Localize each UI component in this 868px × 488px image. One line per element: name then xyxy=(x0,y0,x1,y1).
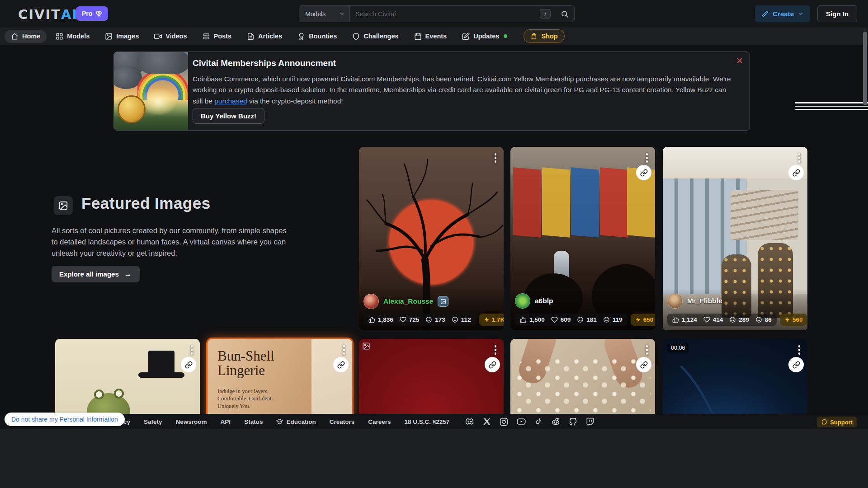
reaction-stats: 1,124 414 289 86 560 xyxy=(667,313,803,326)
link-icon[interactable] xyxy=(636,165,651,180)
featured-image-icon xyxy=(54,196,73,215)
card-menu-dots-icon[interactable] xyxy=(644,343,650,357)
footer-link-newsroom[interactable]: Newsroom xyxy=(176,418,207,425)
close-icon[interactable]: ✕ xyxy=(736,56,743,65)
reddit-icon[interactable] xyxy=(551,417,561,427)
purchased-link[interactable]: purchased xyxy=(214,97,247,105)
nav-item-updates[interactable]: Updates xyxy=(456,30,514,43)
laugh-stat[interactable]: 289 xyxy=(729,316,749,323)
github-icon[interactable] xyxy=(568,417,578,427)
footer-link-careers[interactable]: Careers xyxy=(368,418,391,425)
like-stat[interactable]: 1,124 xyxy=(672,316,697,323)
card-menu-dots-icon[interactable] xyxy=(797,343,802,357)
link-icon[interactable] xyxy=(636,357,651,372)
card-menu-dots-icon[interactable] xyxy=(493,151,499,164)
support-label: Support xyxy=(830,419,853,426)
link-icon[interactable] xyxy=(788,357,804,372)
link-icon[interactable] xyxy=(181,357,196,372)
home-icon xyxy=(11,33,19,40)
featured-description: All sorts of cool pictures created by ou… xyxy=(52,225,290,259)
cry-stat[interactable]: 86 xyxy=(755,316,772,323)
laugh-stat[interactable]: 181 xyxy=(577,316,597,323)
image-card-medieval-knights[interactable]: a6blp 1,500 609 181 119 650 xyxy=(510,147,655,330)
footer-link-status[interactable]: Status xyxy=(244,418,263,425)
heart-stat[interactable]: 609 xyxy=(551,316,571,323)
link-icon[interactable] xyxy=(788,165,804,180)
link-icon[interactable] xyxy=(333,357,349,372)
buzz-stat[interactable]: 1.7K xyxy=(479,314,504,326)
image-card-tree-red-moon[interactable]: Alexia_Rousse 1,836 725 173 112 1.7K xyxy=(359,147,504,330)
image-card-lobby-daleks[interactable]: Mr_Flibble 1,124 414 289 86 560 xyxy=(663,147,807,330)
heart-stat[interactable]: 414 xyxy=(703,316,723,323)
sign-in-button[interactable]: Sign In xyxy=(817,5,857,22)
cry-stat[interactable]: 112 xyxy=(452,316,471,323)
nav-item-articles[interactable]: Articles xyxy=(241,30,288,43)
civitai-logo[interactable]: CIVITAI xyxy=(18,7,78,22)
pro-badge[interactable]: Pro xyxy=(76,6,108,21)
page-bottom-area xyxy=(0,429,868,488)
cry-stat[interactable]: 119 xyxy=(603,316,623,323)
instagram-icon[interactable] xyxy=(499,417,509,427)
ad-tagline: Indulge in your layers. Comfortable. Con… xyxy=(217,388,285,410)
buzz-stat[interactable]: 650 xyxy=(631,314,655,326)
footer-link-safety[interactable]: Safety xyxy=(144,418,162,425)
nav-item-posts[interactable]: Posts xyxy=(196,30,238,43)
laugh-stat[interactable]: 173 xyxy=(425,316,445,323)
nav-item-shop[interactable]: Shop xyxy=(524,29,564,43)
youtube-icon[interactable] xyxy=(516,417,526,427)
shield-icon xyxy=(352,33,360,40)
nav-label: Bounties xyxy=(309,33,337,40)
footer-link-creators[interactable]: Creators xyxy=(330,418,355,425)
avatar[interactable] xyxy=(515,293,530,309)
card-menu-dots-icon[interactable] xyxy=(493,343,499,357)
footer-bar: Privacy Safety Newsroom API Status Educa… xyxy=(0,414,868,429)
nav-item-models[interactable]: Models xyxy=(49,30,96,43)
nav-item-bounties[interactable]: Bounties xyxy=(291,30,343,43)
gem-icon xyxy=(95,10,102,17)
footer-social-icons xyxy=(465,417,594,427)
avatar[interactable] xyxy=(363,294,379,309)
hamburger-menu-icon[interactable] xyxy=(795,100,868,112)
scrollbar-thumb[interactable] xyxy=(863,32,867,105)
avatar[interactable] xyxy=(667,293,683,309)
nav-item-home[interactable]: Home xyxy=(5,30,47,43)
buzz-stat[interactable]: 560 xyxy=(780,314,807,326)
nav-item-videos[interactable]: Videos xyxy=(148,30,193,43)
search-input[interactable] xyxy=(350,6,540,22)
card-menu-dots-icon[interactable] xyxy=(644,151,650,164)
twitch-icon[interactable] xyxy=(585,417,594,426)
card-menu-dots-icon[interactable] xyxy=(189,343,195,357)
tiktok-icon[interactable] xyxy=(534,417,543,426)
like-stat[interactable]: 1,500 xyxy=(520,316,545,323)
link-icon[interactable] xyxy=(485,357,500,372)
do-not-share-personal-info-button[interactable]: Do not share my Personal Information xyxy=(5,413,125,426)
username[interactable]: Alexia_Rousse xyxy=(383,297,433,305)
heart-stat[interactable]: 725 xyxy=(400,316,420,323)
nav-item-challenges[interactable]: Challenges xyxy=(346,30,405,43)
memberships-announcement-banner: Civitai Memberships Announcment Coinbase… xyxy=(113,52,750,131)
username[interactable]: a6blp xyxy=(535,297,553,305)
create-button[interactable]: Create xyxy=(755,5,810,22)
buy-yellow-buzz-button[interactable]: Buy Yellow Buzz! xyxy=(193,108,264,124)
search-category-select[interactable]: Models xyxy=(299,6,350,22)
card-menu-dots-icon[interactable] xyxy=(341,343,347,357)
video-camera-icon xyxy=(154,33,162,40)
civitai-home-page: CIVITAI Pro Models / xyxy=(0,0,868,488)
search-button[interactable] xyxy=(555,6,574,22)
discord-icon[interactable] xyxy=(465,417,475,427)
like-stat[interactable]: 1,836 xyxy=(368,316,393,323)
card-menu-dots-icon[interactable] xyxy=(797,151,802,164)
x-twitter-icon[interactable] xyxy=(482,417,491,426)
announcement-title: Civitai Memberships Announcment xyxy=(193,58,336,68)
footer-link-education[interactable]: Education xyxy=(276,418,316,425)
nav-label: Articles xyxy=(258,33,282,40)
support-button[interactable]: Support xyxy=(817,417,857,427)
main-navbar: Home Models Images Videos Posts Articles… xyxy=(0,28,868,45)
explore-all-images-button[interactable]: Explore all images → xyxy=(52,266,140,282)
footer-link-api[interactable]: API xyxy=(221,418,231,425)
nav-item-events[interactable]: Events xyxy=(408,30,453,43)
footer-link-2257[interactable]: 18 U.S.C. §2257 xyxy=(404,418,449,425)
nav-item-images[interactable]: Images xyxy=(99,30,145,43)
username[interactable]: Mr_Flibble xyxy=(687,297,722,305)
nav-label: Home xyxy=(22,33,40,40)
